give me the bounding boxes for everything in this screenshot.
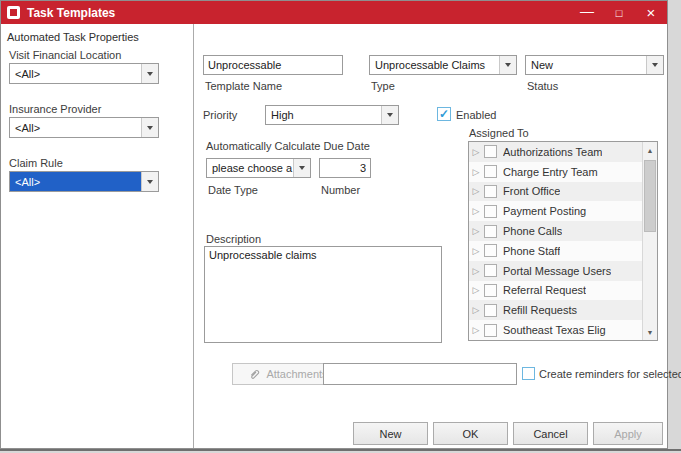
combo-value: High: [266, 106, 381, 124]
list-scrollbar[interactable]: ▲ ▼: [642, 142, 657, 340]
item-checkbox[interactable]: [484, 264, 497, 277]
expand-arrow-icon[interactable]: ▷: [469, 147, 483, 157]
list-item-label: Charge Entry Team: [503, 166, 598, 178]
chevron-down-icon[interactable]: [141, 172, 158, 191]
list-item-label: Portal Message Users: [503, 265, 611, 277]
list-item[interactable]: ▷Payment Posting: [469, 201, 642, 221]
combo-value: New: [526, 56, 646, 74]
list-item-label: Phone Calls: [503, 225, 562, 237]
combo-value: please choose a: [207, 159, 293, 177]
combo-value-selected: <All>: [10, 172, 141, 191]
list-item[interactable]: ▷Phone Staff: [469, 241, 642, 261]
automated-task-properties-panel: Automated Task Properties Visit Financia…: [1, 24, 193, 448]
expand-arrow-icon[interactable]: ▷: [469, 226, 483, 236]
expand-arrow-icon[interactable]: ▷: [469, 305, 483, 315]
item-checkbox[interactable]: [484, 284, 497, 297]
claim-rule-label: Claim Rule: [9, 157, 63, 169]
main-form-area: Template Name Unprocessable Claims Type …: [194, 24, 667, 448]
chevron-down-icon[interactable]: [499, 56, 516, 74]
titlebar: Task Templates — □ ×: [1, 1, 667, 24]
list-item-label: Payment Posting: [503, 205, 586, 217]
list-item-label: Front Office: [503, 185, 560, 197]
chevron-down-icon[interactable]: [381, 106, 398, 124]
combo-value: <All>: [10, 64, 141, 83]
app-icon: [7, 6, 20, 19]
item-checkbox[interactable]: [484, 205, 497, 218]
paperclip-icon: [248, 368, 261, 381]
create-reminders-label: Create reminders for selected users: [539, 368, 681, 380]
list-item[interactable]: ▷Charge Entry Team: [469, 162, 642, 182]
combo-value: <All>: [10, 118, 141, 137]
list-item-label: Southeast Texas Elig: [503, 324, 606, 336]
expand-arrow-icon[interactable]: ▷: [469, 167, 483, 177]
description-label: Description: [206, 233, 261, 245]
list-item[interactable]: ▷Portal Message Users: [469, 261, 642, 281]
list-item[interactable]: ▷Refill Requests: [469, 300, 642, 320]
chevron-down-icon[interactable]: [646, 56, 663, 74]
item-checkbox[interactable]: [484, 304, 497, 317]
type-label: Type: [371, 80, 395, 92]
date-type-select[interactable]: please choose a: [206, 158, 311, 178]
cancel-button[interactable]: Cancel: [513, 422, 588, 445]
list-item[interactable]: ▷Southeast Texas Elig: [469, 320, 642, 340]
chevron-down-icon[interactable]: [141, 118, 158, 137]
scroll-up-icon[interactable]: ▲: [643, 142, 657, 158]
assigned-to-list: ▷Authorizations Team ▷Charge Entry Team …: [468, 141, 658, 341]
expand-arrow-icon[interactable]: ▷: [469, 266, 483, 276]
window-title: Task Templates: [27, 6, 115, 20]
number-label: Number: [321, 184, 360, 196]
visit-financial-location-select[interactable]: <All>: [9, 63, 159, 84]
priority-label: Priority: [203, 109, 237, 121]
expand-arrow-icon[interactable]: ▷: [469, 206, 483, 216]
expand-arrow-icon[interactable]: ▷: [469, 325, 483, 335]
scroll-down-icon[interactable]: ▼: [643, 324, 657, 340]
list-item-label: Refill Requests: [503, 304, 577, 316]
expand-arrow-icon[interactable]: ▷: [469, 285, 483, 295]
scrollbar-thumb[interactable]: [644, 160, 656, 232]
enabled-label: Enabled: [456, 109, 496, 121]
panel-heading: Automated Task Properties: [7, 31, 139, 43]
maximize-button[interactable]: □: [603, 1, 635, 24]
attachments-button-label: Attachments: [266, 368, 327, 380]
apply-button[interactable]: Apply: [593, 422, 663, 445]
attachment-field[interactable]: [323, 363, 517, 385]
chevron-down-icon[interactable]: [293, 159, 310, 177]
list-item[interactable]: ▷Phone Calls: [469, 221, 642, 241]
item-checkbox[interactable]: [484, 145, 497, 158]
assigned-to-label: Assigned To: [469, 127, 529, 139]
desktop-background: Task Templates — □ × Automated Task Prop…: [0, 0, 681, 453]
list-item[interactable]: ▷Authorizations Team: [469, 142, 642, 162]
expand-arrow-icon[interactable]: ▷: [469, 186, 483, 196]
assigned-to-rows: ▷Authorizations Team ▷Charge Entry Team …: [469, 142, 642, 340]
item-checkbox[interactable]: [484, 185, 497, 198]
list-item-label: Phone Staff: [503, 245, 560, 257]
template-name-label: Template Name: [205, 80, 282, 92]
new-button[interactable]: New: [353, 422, 428, 445]
expand-arrow-icon[interactable]: ▷: [469, 246, 483, 256]
priority-select[interactable]: High: [265, 105, 399, 125]
status-select[interactable]: New: [525, 55, 664, 75]
type-select[interactable]: Unprocessable Claims: [369, 55, 517, 75]
item-checkbox[interactable]: [484, 324, 497, 337]
list-item-label: Referral Request: [503, 284, 586, 296]
chevron-down-icon[interactable]: [141, 64, 158, 83]
claim-rule-select[interactable]: <All>: [9, 171, 159, 192]
template-name-input[interactable]: [203, 55, 343, 75]
list-item[interactable]: ▷Referral Request: [469, 281, 642, 301]
enabled-checkbox[interactable]: [437, 107, 451, 121]
minimize-button[interactable]: —: [571, 1, 603, 24]
insurance-provider-select[interactable]: <All>: [9, 117, 159, 138]
status-label: Status: [527, 80, 558, 92]
description-textarea[interactable]: Unprocessable claims: [204, 246, 442, 343]
item-checkbox[interactable]: [484, 225, 497, 238]
ok-button[interactable]: OK: [433, 422, 508, 445]
item-checkbox[interactable]: [484, 244, 497, 257]
number-input[interactable]: [319, 158, 371, 178]
item-checkbox[interactable]: [484, 165, 497, 178]
list-item-label: Authorizations Team: [503, 146, 602, 158]
combo-value: Unprocessable Claims: [370, 56, 499, 74]
list-item[interactable]: ▷Front Office: [469, 182, 642, 202]
window-bottom-edge: [0, 449, 681, 451]
create-reminders-checkbox[interactable]: [522, 367, 535, 380]
close-button[interactable]: ×: [635, 1, 667, 24]
